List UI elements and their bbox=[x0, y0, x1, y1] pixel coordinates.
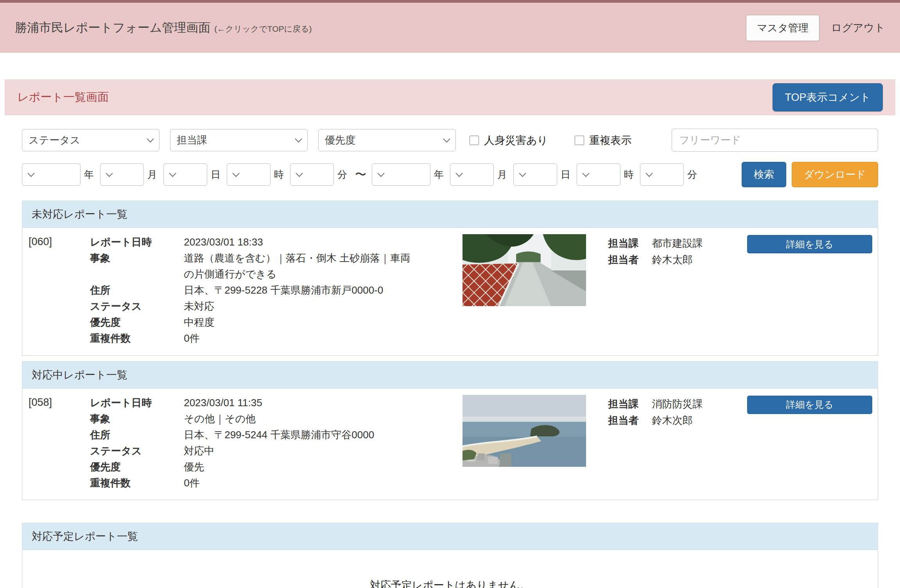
from-month-unit: 月 bbox=[147, 168, 157, 181]
priority-select[interactable]: 優先度 bbox=[318, 129, 456, 151]
to-hour-unit: 時 bbox=[624, 168, 634, 181]
person-value: 鈴木次郎 bbox=[652, 412, 692, 428]
master-management-button[interactable]: マスタ管理 bbox=[746, 15, 819, 41]
chevron-down-icon bbox=[377, 170, 384, 177]
person-label: 担当者 bbox=[608, 412, 652, 428]
logout-link[interactable]: ログアウト bbox=[831, 21, 885, 35]
top-strip bbox=[0, 0, 900, 3]
to-day-select[interactable] bbox=[513, 163, 557, 186]
report-list-panel: レポート一覧画面 TOP表示コメント ステータス 担当課 優先度 人身災害あり bbox=[5, 79, 895, 588]
chevron-down-icon bbox=[455, 170, 463, 177]
to-month-select[interactable] bbox=[450, 163, 494, 186]
report-fields: レポート日時 2023/03/01 18:33 事象 道路（農道を含む）｜落石・… bbox=[90, 234, 412, 347]
field-value: 0件 bbox=[184, 475, 412, 491]
person-label: 担当者 bbox=[608, 251, 652, 268]
filter-area: ステータス 担当課 優先度 人身災害あり 重複表示 bbox=[5, 115, 895, 187]
chevron-down-icon bbox=[27, 170, 34, 177]
report-id: [060] bbox=[29, 234, 90, 248]
duplicate-checkbox-label: 重複表示 bbox=[589, 133, 631, 147]
from-year-unit: 年 bbox=[84, 168, 94, 181]
department-value: 都市建設課 bbox=[652, 235, 703, 251]
app-title-link[interactable]: 勝浦市民レポートフォーム管理画面 bbox=[15, 20, 210, 36]
status-select[interactable]: ステータス bbox=[22, 129, 160, 151]
top-comment-button[interactable]: TOP表示コメント bbox=[773, 83, 883, 111]
field-row: 事象 その他｜その他 bbox=[90, 411, 412, 427]
field-value: 2023/03/01 11:35 bbox=[184, 395, 412, 411]
field-label: レポート日時 bbox=[90, 234, 184, 250]
to-year-unit: 年 bbox=[434, 168, 444, 181]
field-value: 中程度 bbox=[184, 314, 412, 330]
injury-checkbox-group[interactable]: 人身災害あり bbox=[470, 133, 548, 147]
to-hour-select[interactable] bbox=[577, 163, 620, 186]
road-photo bbox=[463, 234, 586, 306]
section-title: 対応予定レポート一覧 bbox=[22, 523, 878, 550]
empty-message: 対応予定レポートはありません。 bbox=[22, 550, 878, 588]
field-label: ステータス bbox=[90, 443, 184, 459]
field-value: 道路（農道を含む）｜落石・倒木 土砂崩落｜車両の片側通行ができる bbox=[184, 250, 412, 282]
field-row: 住所 日本、〒299-5244 千葉県勝浦市守谷0000 bbox=[90, 427, 412, 443]
field-value: 対応中 bbox=[184, 443, 412, 459]
department-value: 消防防災課 bbox=[652, 396, 703, 412]
field-row: 住所 日本、〒299-5228 千葉県勝浦市新戸0000-0 bbox=[90, 282, 412, 298]
duplicate-checkbox[interactable] bbox=[575, 136, 584, 145]
field-label: ステータス bbox=[90, 298, 184, 314]
field-value: 2023/03/01 18:33 bbox=[184, 234, 412, 250]
department-select[interactable]: 担当課 bbox=[170, 129, 308, 151]
chevron-down-icon bbox=[106, 170, 113, 177]
field-value: 0件 bbox=[184, 330, 412, 346]
beach-photo bbox=[463, 395, 586, 467]
chevron-down-icon bbox=[582, 170, 589, 177]
field-row: 事象 道路（農道を含む）｜落石・倒木 土砂崩落｜車両の片側通行ができる bbox=[90, 250, 412, 282]
field-label: レポート日時 bbox=[90, 395, 184, 411]
to-month-unit: 月 bbox=[497, 168, 507, 181]
from-hour-select[interactable] bbox=[227, 163, 271, 186]
person-value: 鈴木太郎 bbox=[652, 251, 692, 268]
duplicate-checkbox-group[interactable]: 重複表示 bbox=[575, 133, 631, 147]
from-month-select[interactable] bbox=[100, 163, 144, 186]
field-label: 重複件数 bbox=[90, 330, 184, 346]
from-day-select[interactable] bbox=[163, 163, 207, 186]
field-label: 優先度 bbox=[90, 459, 184, 475]
field-row: 重複件数 0件 bbox=[90, 330, 412, 346]
chevron-down-icon bbox=[296, 170, 303, 177]
field-row: ステータス 対応中 bbox=[90, 443, 412, 459]
field-label: 住所 bbox=[90, 427, 184, 443]
field-label: 事象 bbox=[90, 250, 184, 282]
search-button[interactable]: 検索 bbox=[742, 162, 786, 187]
section-in-progress: 対応中レポート一覧 [058] レポート日時 2023/03/01 11:35 … bbox=[22, 361, 878, 500]
detail-button[interactable]: 詳細を見る bbox=[747, 235, 872, 253]
field-row: レポート日時 2023/03/01 18:33 bbox=[90, 234, 412, 250]
assignee-row: 担当課 消防防災課 bbox=[608, 396, 747, 412]
field-row: ステータス 未対応 bbox=[90, 298, 412, 314]
field-label: 住所 bbox=[90, 282, 184, 298]
field-value: 日本、〒299-5244 千葉県勝浦市守谷0000 bbox=[184, 427, 412, 443]
injury-checkbox[interactable] bbox=[470, 136, 479, 145]
filter-row-2: 年 月 日 時 分 〜 年 月 日 時 分 検索 ダウンロード bbox=[22, 162, 878, 187]
chevron-down-icon bbox=[519, 170, 526, 177]
to-day-unit: 日 bbox=[561, 168, 570, 181]
chevron-down-icon bbox=[147, 135, 154, 142]
field-value: 優先 bbox=[184, 459, 412, 475]
assignee-row: 担当課 都市建設課 bbox=[608, 235, 747, 251]
assignee-row: 担当者 鈴木太郎 bbox=[608, 251, 747, 268]
from-minute-unit: 分 bbox=[337, 168, 347, 181]
from-year-select[interactable] bbox=[22, 163, 81, 186]
status-select-label: ステータス bbox=[29, 133, 80, 147]
department-label: 担当課 bbox=[608, 235, 652, 251]
from-minute-select[interactable] bbox=[290, 163, 334, 186]
download-button[interactable]: ダウンロード bbox=[792, 162, 878, 187]
to-minute-select[interactable] bbox=[640, 163, 684, 186]
from-day-unit: 日 bbox=[211, 168, 221, 181]
injury-checkbox-label: 人身災害あり bbox=[484, 133, 548, 147]
detail-button[interactable]: 詳細を見る bbox=[747, 396, 872, 414]
field-row: レポート日時 2023/03/01 11:35 bbox=[90, 395, 412, 411]
app-title-hint: (←クリックでTOPに戻る) bbox=[214, 21, 312, 34]
keyword-input[interactable] bbox=[672, 129, 878, 152]
to-year-select[interactable] bbox=[372, 163, 430, 186]
chevron-down-icon bbox=[443, 135, 450, 142]
department-select-label: 担当課 bbox=[177, 133, 207, 147]
range-separator: 〜 bbox=[355, 167, 366, 183]
panel-title: レポート一覧画面 bbox=[17, 90, 109, 105]
chevron-down-icon bbox=[295, 135, 302, 142]
field-label: 事象 bbox=[90, 411, 184, 427]
